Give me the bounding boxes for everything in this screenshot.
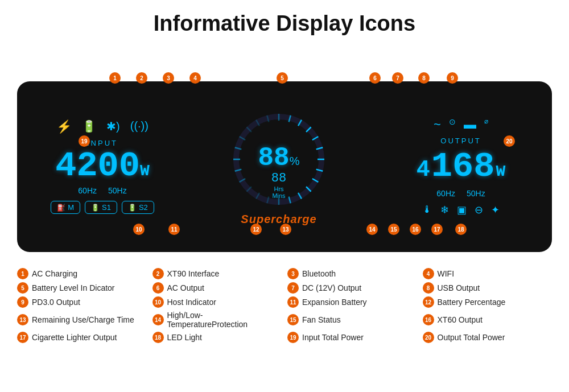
output-unit: W bbox=[496, 164, 505, 180]
legend-item-4: 4 WIFI bbox=[423, 268, 552, 279]
legend-text-16: XT60 Output bbox=[438, 315, 483, 324]
mode-m-label: M bbox=[68, 203, 74, 212]
mode-s2: 🔋 S2 bbox=[122, 201, 154, 214]
legend-item-12: 12 Battery Percentage bbox=[423, 296, 552, 308]
input-hz2: 50Hz bbox=[108, 186, 127, 195]
output-status-icons: 🌡 ❄ ▣ ⊖ ✦ bbox=[422, 204, 500, 216]
legend-item-18: 18 LED Light bbox=[152, 332, 282, 343]
legend-item-9: 9 PD3.0 Output bbox=[17, 296, 147, 308]
input-section: ⚡ 🔋 ✱) ((·)) INPUT 4200 W 60Hz 50Hz ⛽ M bbox=[28, 119, 176, 214]
legend-item-10: 10 Host Indicator bbox=[152, 296, 282, 308]
badge-14: 14 bbox=[366, 224, 378, 235]
input-hz1: 60Hz bbox=[78, 186, 97, 195]
output-label: OUTPUT bbox=[440, 137, 481, 145]
usb-output-icon: ▬ bbox=[464, 117, 476, 132]
output-hz1: 60Hz bbox=[436, 189, 455, 198]
wifi-icon: ((·)) bbox=[130, 119, 149, 134]
legend-text-4: WIFI bbox=[438, 269, 455, 278]
badge-15: 15 bbox=[388, 224, 399, 235]
legend-text-10: Host Indicator bbox=[167, 298, 216, 307]
legend-badge-2: 2 bbox=[152, 268, 164, 279]
legend-badge-10: 10 bbox=[152, 296, 164, 308]
legend-text-3: Bluetooth bbox=[302, 269, 336, 278]
input-value-row: 4200 W bbox=[55, 148, 150, 184]
legend-text-8: USB Output bbox=[438, 283, 480, 292]
legend-badge-14: 14 bbox=[152, 314, 164, 325]
legend-item-20: 20 Output Total Power bbox=[423, 332, 552, 343]
legend-text-12: Battery Percentage bbox=[438, 298, 506, 307]
legend-badge-9: 9 bbox=[17, 296, 28, 308]
badge-7: 7 bbox=[392, 72, 403, 84]
legend-badge-4: 4 bbox=[423, 268, 434, 279]
output-hz: 60Hz 50Hz bbox=[436, 189, 485, 198]
badge-11: 11 bbox=[168, 224, 180, 235]
legend-badge-8: 8 bbox=[423, 282, 434, 294]
legend-badge-18: 18 bbox=[152, 332, 164, 343]
led-icon: ✦ bbox=[491, 204, 500, 216]
gauge-percent-display: 88% bbox=[258, 145, 299, 171]
badge-17: 17 bbox=[431, 224, 443, 235]
input-unit: W bbox=[140, 163, 150, 179]
legend-badge-13: 13 bbox=[17, 314, 28, 325]
badge-2: 2 bbox=[136, 72, 147, 84]
legend-text-11: Expansion Battery bbox=[302, 298, 367, 307]
legend-text-19: Input Total Power bbox=[302, 333, 364, 342]
legend-text-13: Remaining Use/Charge Time bbox=[32, 315, 134, 324]
legend-item-17: 17 Cigarette Lighter Output bbox=[17, 332, 147, 343]
input-value: 4200 bbox=[55, 148, 140, 184]
mode-s2-label: S2 bbox=[139, 203, 148, 212]
pd-output-icon: ⌀ bbox=[484, 117, 488, 132]
badge-5: 5 bbox=[277, 72, 288, 84]
legend-item-11: 11 Expansion Battery bbox=[287, 296, 417, 308]
legend-badge-11: 11 bbox=[287, 296, 299, 308]
legend-item-3: 3 Bluetooth bbox=[287, 268, 417, 279]
mode-s1-label: S1 bbox=[102, 203, 111, 212]
badge-13: 13 bbox=[280, 224, 291, 235]
badge-10: 10 bbox=[133, 224, 145, 235]
legend-badge-17: 17 bbox=[17, 332, 28, 343]
badge-8: 8 bbox=[418, 72, 430, 84]
bluetooth-icon: ✱) bbox=[106, 119, 120, 134]
gauge-time-value: 88 bbox=[271, 171, 286, 185]
gauge-time-display: 88 HrsMins bbox=[271, 171, 286, 199]
mode-m: ⛽ M bbox=[51, 201, 80, 214]
legend-text-5: Battery Level In Dicator bbox=[32, 283, 115, 292]
output-section: ~ ⊙ ▬ ⌀ OUTPUT 4 168 W 60Hz 50Hz 🌡 ❄ ▣ ⊖… bbox=[381, 117, 541, 216]
legend-text-15: Fan Status bbox=[302, 315, 341, 324]
legend: 1 AC Charging 2 XT90 Interface 3 Bluetoo… bbox=[17, 268, 552, 343]
legend-badge-19: 19 bbox=[287, 332, 299, 343]
mode-s1: 🔋 S1 bbox=[85, 201, 117, 214]
legend-badge-3: 3 bbox=[287, 268, 299, 279]
legend-badge-12: 12 bbox=[423, 296, 434, 308]
legend-text-2: XT90 Interface bbox=[167, 269, 220, 278]
badge-1: 1 bbox=[109, 72, 121, 84]
legend-badge-1: 1 bbox=[17, 268, 28, 279]
legend-text-20: Output Total Power bbox=[438, 333, 505, 342]
battery-gauge: 88% 88 HrsMins bbox=[228, 108, 330, 211]
legend-badge-15: 15 bbox=[287, 314, 299, 325]
legend-item-13: 13 Remaining Use/Charge Time bbox=[17, 311, 147, 329]
output-value-small: 4 bbox=[417, 157, 430, 183]
legend-item-1: 1 AC Charging bbox=[17, 268, 147, 279]
input-hz: 60Hz 50Hz bbox=[78, 186, 126, 195]
legend-item-6: 6 AC Output bbox=[152, 282, 282, 294]
gauge-time-label: HrsMins bbox=[271, 185, 286, 199]
legend-text-1: AC Charging bbox=[32, 269, 77, 278]
ac-output-icon: ~ bbox=[434, 117, 441, 132]
legend-text-6: AC Output bbox=[167, 283, 204, 292]
legend-item-5: 5 Battery Level In Dicator bbox=[17, 282, 147, 294]
dc-output-icon: ⊙ bbox=[449, 117, 456, 132]
diagram-area: 1 2 3 4 5 6 7 8 9 10 11 12 13 14 15 16 1… bbox=[17, 47, 552, 252]
badge-16: 16 bbox=[410, 224, 421, 235]
center-section: 88% 88 HrsMins Supercharge bbox=[176, 108, 381, 226]
badge-3: 3 bbox=[163, 72, 174, 84]
legend-text-17: Cigarette Lighter Output bbox=[32, 333, 117, 342]
legend-badge-7: 7 bbox=[287, 282, 299, 294]
legend-item-7: 7 DC (12V) Output bbox=[287, 282, 417, 294]
legend-item-8: 8 USB Output bbox=[423, 282, 552, 294]
gauge-pct: % bbox=[290, 154, 300, 167]
legend-item-16: 16 XT60 Output bbox=[423, 311, 552, 329]
legend-text-9: PD3.0 Output bbox=[32, 298, 80, 307]
legend-badge-20: 20 bbox=[423, 332, 434, 343]
output-icons: ~ ⊙ ▬ ⌀ bbox=[434, 117, 488, 132]
